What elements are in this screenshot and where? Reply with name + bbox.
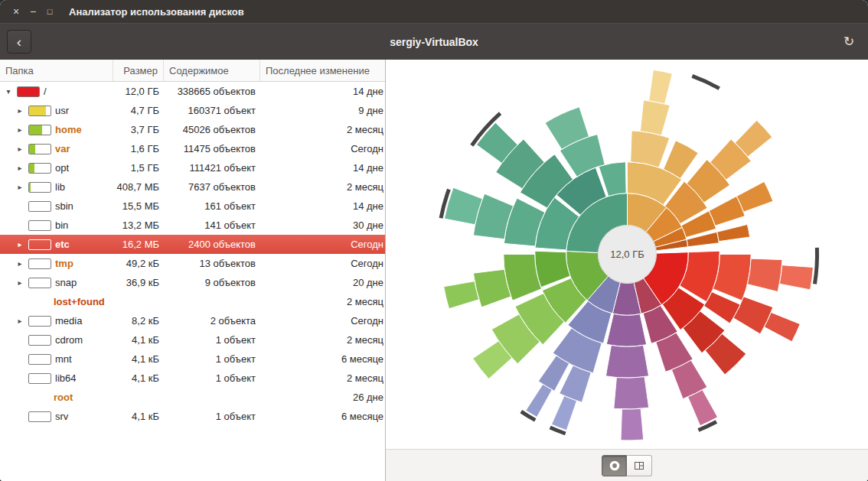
ring-segment[interactable] bbox=[764, 312, 800, 341]
depth-mark bbox=[691, 74, 720, 90]
usage-bar-icon bbox=[17, 86, 40, 97]
size-cell: 4,7 ГБ bbox=[113, 105, 164, 116]
ring-segment[interactable] bbox=[621, 408, 644, 440]
table-row[interactable]: lost+found2 месяц bbox=[0, 292, 385, 311]
modified-cell: 26 дне bbox=[260, 392, 385, 403]
table-row[interactable]: srv4,1 кБ1 объект6 месяце bbox=[0, 407, 385, 426]
chart-area: 12,0 ГБ bbox=[386, 60, 868, 449]
treemap-view-button[interactable] bbox=[627, 455, 652, 476]
usage-bar-icon bbox=[28, 106, 51, 116]
folder-name: lib bbox=[55, 181, 65, 193]
ring-segment[interactable] bbox=[551, 396, 576, 431]
usage-bar-icon bbox=[28, 163, 51, 174]
table-row[interactable]: ▸lib408,7 МБ7637 объектов2 месяц bbox=[0, 177, 385, 197]
size-cell: 4,1 кБ bbox=[113, 372, 164, 384]
expander-icon[interactable]: ▸ bbox=[15, 145, 24, 153]
folder-name: / bbox=[44, 86, 47, 97]
table-row[interactable]: ▸tmp49,2 кБ13 объектовСегодн bbox=[0, 254, 385, 273]
ring-segment[interactable] bbox=[640, 100, 670, 135]
ring-segment[interactable] bbox=[631, 131, 670, 167]
expander-icon[interactable]: ▾ bbox=[4, 87, 13, 96]
chart-panel: 12,0 ГБ bbox=[386, 60, 868, 481]
rings-view-button[interactable] bbox=[602, 455, 627, 476]
modified-cell: 30 дне bbox=[260, 219, 385, 231]
modified-cell: Сегодн bbox=[260, 315, 385, 327]
folder-name: cdrom bbox=[55, 334, 83, 346]
expander-icon[interactable]: ▸ bbox=[15, 164, 24, 172]
folder-name-cell: lost+found bbox=[0, 296, 113, 307]
folder-name-cell: mnt bbox=[0, 353, 113, 365]
ring-segment[interactable] bbox=[614, 377, 649, 409]
ring-segment[interactable] bbox=[606, 314, 646, 346]
usage-bar-icon bbox=[28, 201, 51, 212]
expander-icon[interactable]: ▸ bbox=[15, 278, 24, 287]
ring-segment[interactable] bbox=[717, 224, 750, 241]
column-header-contents[interactable]: Содержимое bbox=[164, 60, 260, 81]
expander-icon[interactable]: ▸ bbox=[15, 106, 24, 115]
size-cell: 4,1 кБ bbox=[113, 334, 164, 346]
table-row[interactable]: ▸opt1,5 ГБ111421 объект14 дне bbox=[0, 158, 385, 177]
depth-mark bbox=[813, 248, 819, 284]
modified-cell: Сегодн bbox=[260, 258, 385, 269]
table-row[interactable]: sbin15,5 МБ161 объект14 дне bbox=[0, 197, 385, 216]
size-cell: 36,9 кБ bbox=[113, 277, 164, 288]
table-row[interactable]: ▸snap36,9 кБ9 объектов20 дне bbox=[0, 273, 385, 292]
table-row[interactable]: ▸media8,2 кБ2 объектаСегодн bbox=[0, 311, 385, 330]
size-cell: 408,7 МБ bbox=[113, 181, 164, 193]
table-row[interactable]: ▾/12,0 ГБ338665 объектов14 дне bbox=[0, 82, 385, 101]
ring-segment[interactable] bbox=[444, 281, 479, 309]
expander-icon[interactable]: ▸ bbox=[15, 240, 24, 249]
size-cell: 4,1 кБ bbox=[113, 411, 164, 422]
modified-cell: 6 месяце bbox=[260, 411, 385, 422]
minimize-icon[interactable]: − bbox=[24, 3, 41, 20]
expander-icon[interactable]: ▸ bbox=[15, 183, 24, 191]
ring-segment[interactable] bbox=[688, 390, 718, 426]
column-header-size[interactable]: Размер bbox=[113, 60, 164, 81]
close-icon[interactable]: × bbox=[8, 3, 24, 20]
expander-icon[interactable]: ▸ bbox=[15, 259, 24, 268]
ring-segment[interactable] bbox=[649, 70, 673, 104]
ring-segment[interactable] bbox=[736, 181, 773, 212]
ring-segment[interactable] bbox=[605, 345, 648, 378]
folder-name-cell: root bbox=[0, 392, 113, 403]
contents-cell: 161 объект bbox=[164, 200, 260, 212]
contents-cell: 45026 объектов bbox=[164, 124, 260, 135]
table-row[interactable]: root26 дне bbox=[0, 388, 385, 407]
folder-name-cell: srv bbox=[0, 411, 113, 422]
folder-table-body: ▾/12,0 ГБ338665 объектов14 дне▸usr4,7 ГБ… bbox=[0, 82, 385, 481]
table-row[interactable]: lib644,1 кБ1 объект2 месяц bbox=[0, 369, 385, 388]
ring-segment[interactable] bbox=[473, 269, 511, 307]
ring-segment[interactable] bbox=[526, 384, 552, 417]
chart-footer bbox=[386, 449, 868, 481]
usage-bar-icon bbox=[28, 354, 51, 365]
contents-cell: 7637 объектов bbox=[164, 181, 260, 193]
folder-name-cell: ▸tmp bbox=[0, 258, 113, 269]
modified-cell: 20 дне bbox=[260, 277, 385, 288]
table-row[interactable]: ▸var1,6 ГБ11475 объектовСегодн bbox=[0, 139, 385, 158]
table-row[interactable]: ▸etc16,2 МБ2400 объектовСегодн bbox=[0, 235, 385, 254]
usage-bar-icon bbox=[28, 411, 51, 422]
folder-name-cell: ▸home bbox=[0, 124, 113, 135]
table-row[interactable]: mnt4,1 кБ1 объект6 месяце bbox=[0, 349, 385, 369]
expander-icon[interactable]: ▸ bbox=[15, 317, 24, 325]
size-cell: 12,0 ГБ bbox=[113, 86, 164, 97]
table-row[interactable]: bin13,2 МБ141 объект30 дне bbox=[0, 216, 385, 235]
folder-name: tmp bbox=[55, 258, 73, 269]
column-header-modified[interactable]: Последнее изменение bbox=[260, 60, 385, 81]
table-row[interactable]: cdrom4,1 кБ1 объект2 месяц bbox=[0, 330, 385, 349]
contents-cell: 1 объект bbox=[164, 334, 260, 346]
folder-name-cell: bin bbox=[0, 219, 113, 231]
folder-name: sbin bbox=[55, 200, 73, 212]
table-row[interactable]: ▸home3,7 ГБ45026 объектов2 месяц bbox=[0, 120, 385, 139]
ring-segment[interactable] bbox=[779, 265, 813, 290]
maximize-icon[interactable]: □ bbox=[41, 3, 58, 20]
size-cell: 4,1 кБ bbox=[113, 353, 164, 365]
expander-icon[interactable]: ▸ bbox=[15, 125, 24, 134]
usage-bar-spacer bbox=[28, 297, 50, 307]
table-row[interactable]: ▸usr4,7 ГБ160371 объект9 дне bbox=[0, 101, 385, 120]
refresh-button[interactable]: ↻ bbox=[837, 30, 861, 54]
column-header-folder[interactable]: Папка bbox=[0, 60, 113, 81]
back-button[interactable]: ‹ bbox=[7, 30, 31, 54]
folder-name-cell: ▸lib bbox=[0, 181, 113, 193]
ring-segment[interactable] bbox=[747, 258, 782, 291]
